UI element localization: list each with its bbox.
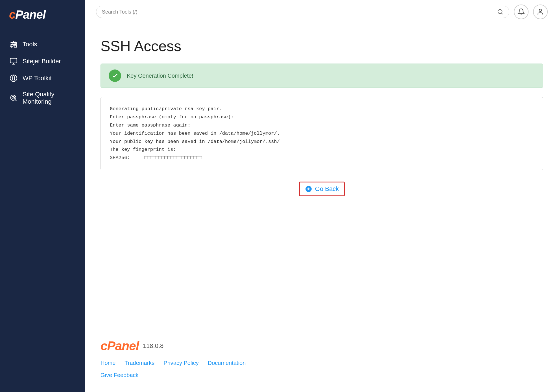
svg-point-11 xyxy=(498,10,502,14)
footer-link-trademarks[interactable]: Trademarks xyxy=(125,360,154,366)
sidebar-item-label-sqm: Site QualityMonitoring xyxy=(23,91,54,106)
sitejet-icon xyxy=(9,57,18,66)
search-box[interactable] xyxy=(96,6,509,18)
give-feedback-link[interactable]: Give Feedback xyxy=(101,372,139,378)
sidebar-item-label-sitejet: Sitejet Builder xyxy=(23,58,61,65)
go-back-label: Go Back xyxy=(315,185,339,193)
footer-feedback-row: Give Feedback xyxy=(101,372,543,378)
search-icon xyxy=(497,9,503,15)
footer-cpanel-logo: cPanel xyxy=(101,339,139,353)
footer-link-documentation[interactable]: Documentation xyxy=(208,360,246,366)
terminal-line-5: Your public key has been saved in /data/… xyxy=(110,138,534,146)
terminal-line-2: Enter passphrase (empty for no passphras… xyxy=(110,113,534,121)
content-area: SSH Access Key Generation Complete! Gene… xyxy=(85,24,559,339)
sidebar-item-label-wp: WP Toolkit xyxy=(23,75,52,82)
sidebar-item-wp-toolkit[interactable]: WP Toolkit xyxy=(0,70,85,87)
svg-line-8 xyxy=(15,100,16,101)
sidebar-item-tools[interactable]: Tools xyxy=(0,36,85,53)
page-title: SSH Access xyxy=(101,38,543,55)
success-banner: Key Generation Complete! xyxy=(101,64,543,88)
go-back-highlight: Go Back xyxy=(299,182,345,196)
terminal-output: Generating public/private rsa key pair. … xyxy=(101,97,543,170)
terminal-line-6: The key fingerprint is: xyxy=(110,146,534,154)
footer-link-home[interactable]: Home xyxy=(101,360,115,366)
sidebar-item-sqm[interactable]: Site QualityMonitoring xyxy=(0,87,85,110)
success-message: Key Generation Complete! xyxy=(127,73,193,79)
go-back-button[interactable]: Go Back xyxy=(302,184,342,194)
sidebar-nav: Tools Sitejet Builder WP xyxy=(0,30,85,115)
page-header xyxy=(85,0,559,24)
tools-icon xyxy=(9,40,18,49)
sidebar-item-label-tools: Tools xyxy=(23,41,37,48)
footer-links-row: Home Trademarks Privacy Policy Documenta… xyxy=(101,360,543,366)
user-icon xyxy=(537,8,544,16)
svg-point-13 xyxy=(539,9,542,12)
success-icon xyxy=(109,69,121,82)
bell-icon xyxy=(517,8,525,16)
terminal-line-7: SHA256: □□□□□□□□□□□□□□□□□□□□ xyxy=(110,154,534,162)
sqm-icon xyxy=(9,93,18,103)
sidebar: cPanel Tools xyxy=(0,0,85,392)
page-footer: cPanel 118.0.8 Home Trademarks Privacy P… xyxy=(85,339,559,392)
arrow-left-icon xyxy=(305,185,312,193)
user-account-button[interactable] xyxy=(533,5,548,19)
footer-logo-area: cPanel 118.0.8 xyxy=(101,339,543,353)
go-back-section: Go Back xyxy=(101,182,543,196)
wp-icon xyxy=(9,74,18,83)
terminal-line-1: Generating public/private rsa key pair. xyxy=(110,105,534,113)
terminal-line-4: Your identification has been saved in /d… xyxy=(110,130,534,138)
svg-line-12 xyxy=(501,13,503,14)
notifications-button[interactable] xyxy=(514,5,529,19)
cpanel-logo: cPanel xyxy=(9,8,76,21)
footer-link-privacy[interactable]: Privacy Policy xyxy=(163,360,198,366)
sidebar-item-sitejet[interactable]: Sitejet Builder xyxy=(0,53,85,70)
search-input[interactable] xyxy=(102,9,497,15)
terminal-line-3: Enter same passphrase again: xyxy=(110,121,534,130)
checkmark-icon xyxy=(112,72,118,79)
main-content: SSH Access Key Generation Complete! Gene… xyxy=(85,0,559,392)
sidebar-logo: cPanel xyxy=(0,0,85,30)
footer-version: 118.0.8 xyxy=(143,342,163,350)
svg-rect-3 xyxy=(10,58,17,63)
